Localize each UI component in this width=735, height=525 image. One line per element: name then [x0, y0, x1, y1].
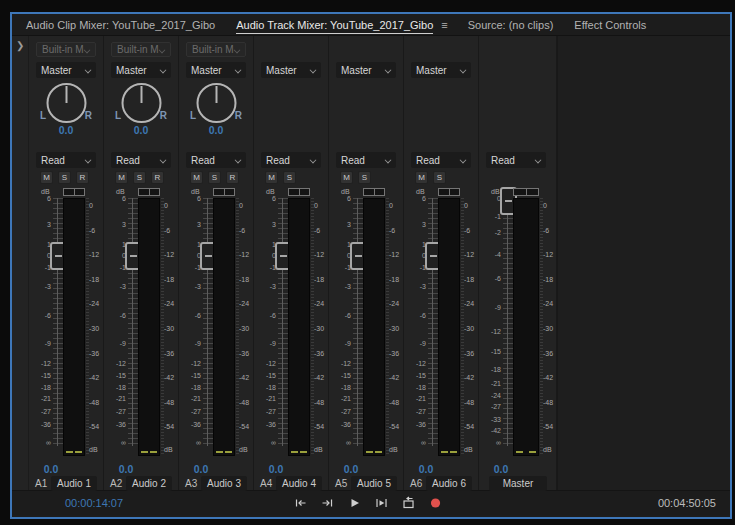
track-name[interactable]: Audio 1 — [51, 476, 97, 491]
record-arm-button[interactable]: R — [76, 171, 89, 184]
solo-button[interactable]: S — [283, 171, 296, 184]
track-name[interactable]: Audio 6 — [426, 476, 472, 491]
meter-level-left — [516, 451, 523, 454]
tab-audio-track-mixer[interactable]: Audio Track Mixer: YouTube_2017_Gibo ≡ — [236, 14, 468, 35]
tab-label: Effect Controls — [574, 16, 646, 34]
solo-button[interactable]: S — [133, 171, 146, 184]
expand-panel-chevron-icon[interactable]: ❯ — [16, 41, 24, 51]
automation-mode-select[interactable]: Read — [411, 152, 471, 168]
mute-button[interactable]: M — [40, 171, 53, 184]
fader-value[interactable]: 0.0 — [483, 463, 519, 475]
channel-strip: Master Read MS dB — [254, 36, 329, 490]
tab-effect-controls[interactable]: Effect Controls — [574, 14, 667, 35]
fader-scale-ticks — [53, 198, 63, 446]
fader-value[interactable]: 0.0 — [183, 463, 219, 475]
solo-button[interactable]: S — [433, 171, 446, 184]
fader-value[interactable]: 0.0 — [258, 463, 294, 475]
chevron-down-icon — [310, 157, 316, 163]
clip-indicator[interactable] — [438, 188, 460, 196]
track-name[interactable]: Audio 3 — [201, 476, 247, 491]
track-name[interactable]: Audio 4 — [276, 476, 322, 491]
clip-indicator[interactable] — [63, 188, 85, 196]
automation-mode-select[interactable]: Read — [111, 152, 171, 168]
mute-button[interactable]: M — [265, 171, 278, 184]
output-assignment-select[interactable]: Master — [111, 62, 171, 78]
meter-scale-label: -6 — [464, 226, 480, 235]
output-assignment-select[interactable]: Master — [261, 62, 321, 78]
fader-scale-label: -27 — [329, 407, 351, 416]
fader-scale-label: -9 — [479, 303, 501, 312]
play-in-to-out-button[interactable] — [375, 496, 389, 510]
mute-button[interactable]: M — [340, 171, 353, 184]
output-assignment-select[interactable]: Master — [336, 62, 396, 78]
clip-indicator[interactable] — [513, 188, 539, 196]
track-buttons: MS — [265, 171, 296, 184]
output-assignment-select[interactable]: Master — [36, 62, 96, 78]
automation-mode-value: Read — [266, 155, 310, 166]
chevron-down-icon — [460, 67, 466, 73]
record-button[interactable] — [429, 496, 443, 510]
chevron-down-icon — [535, 157, 541, 163]
clip-indicator[interactable] — [288, 188, 310, 196]
play-button[interactable] — [348, 496, 362, 510]
track-name[interactable]: Audio 5 — [351, 476, 397, 491]
meter-scale-label: -30 — [464, 324, 480, 333]
meter-scale-label: -18 — [89, 275, 105, 284]
fader-rail — [207, 198, 208, 446]
fader-value[interactable]: 0.0 — [33, 463, 69, 475]
pan-value[interactable]: 0.0 — [104, 124, 178, 136]
pan-value[interactable]: 0.0 — [179, 124, 253, 136]
track-name[interactable]: Audio 2 — [126, 476, 172, 491]
input-select[interactable]: Built-in M... — [111, 42, 171, 57]
clip-indicator[interactable] — [363, 188, 385, 196]
fader-scale-label: -36 — [179, 420, 201, 429]
automation-mode-select[interactable]: Read — [186, 152, 246, 168]
fader-value[interactable]: 0.0 — [333, 463, 369, 475]
record-arm-button[interactable]: R — [151, 171, 164, 184]
input-select[interactable]: Built-in M... — [186, 42, 246, 57]
tab-label: Source: (no clips) — [468, 16, 554, 34]
automation-mode-select[interactable]: Read — [261, 152, 321, 168]
panel-menu-icon[interactable]: ≡ — [441, 19, 446, 31]
chevron-down-icon — [235, 157, 241, 163]
fader-scale-label: 6 — [179, 194, 201, 203]
fader-scale-label: 6 — [29, 194, 51, 203]
track-name[interactable]: Master — [489, 476, 547, 491]
meter-scale-label: -54 — [239, 422, 255, 431]
level-meter — [438, 198, 460, 456]
input-select[interactable]: Built-in M... — [36, 42, 96, 57]
fader-scale-label: -21 — [179, 394, 201, 403]
solo-button[interactable]: S — [58, 171, 71, 184]
output-assignment-select[interactable]: Master — [411, 62, 471, 78]
record-arm-button[interactable]: R — [226, 171, 239, 184]
go-to-in-button[interactable] — [294, 496, 308, 510]
automation-mode-select[interactable]: Read — [336, 152, 396, 168]
clip-indicator[interactable] — [213, 188, 235, 196]
pan-value[interactable]: 0.0 — [29, 124, 103, 136]
automation-mode-select[interactable]: Read — [486, 152, 546, 168]
chevron-down-icon — [85, 157, 91, 163]
mute-button[interactable]: M — [115, 171, 128, 184]
current-timecode[interactable]: 00:00:14:07 — [65, 497, 123, 509]
meter-level-right — [375, 451, 382, 454]
fader-scale-label: -18 — [479, 365, 501, 374]
output-assignment-select[interactable]: Master — [186, 62, 246, 78]
channel-strip: Read dB dB 0-1-2-4-6-9-12-15-18-21-24-27… — [479, 36, 557, 490]
loop-button[interactable] — [402, 496, 416, 510]
clip-indicator[interactable] — [138, 188, 160, 196]
go-to-out-button[interactable] — [321, 496, 335, 510]
fader-scale-label: -9 — [329, 339, 351, 348]
fader-value[interactable]: 0.0 — [408, 463, 444, 475]
play-icon — [348, 496, 362, 510]
input-select-value: Built-in M... — [117, 44, 159, 55]
fader-scale-label: -21 — [479, 379, 501, 388]
mute-button[interactable]: M — [415, 171, 428, 184]
fader-value[interactable]: 0.0 — [108, 463, 144, 475]
tab-audio-clip-mixer[interactable]: Audio Clip Mixer: YouTube_2017_Gibo — [12, 14, 236, 35]
fader-scale-ticks — [203, 198, 213, 446]
solo-button[interactable]: S — [208, 171, 221, 184]
solo-button[interactable]: S — [358, 171, 371, 184]
tab-source[interactable]: Source: (no clips) — [468, 14, 575, 35]
mute-button[interactable]: M — [190, 171, 203, 184]
automation-mode-select[interactable]: Read — [36, 152, 96, 168]
